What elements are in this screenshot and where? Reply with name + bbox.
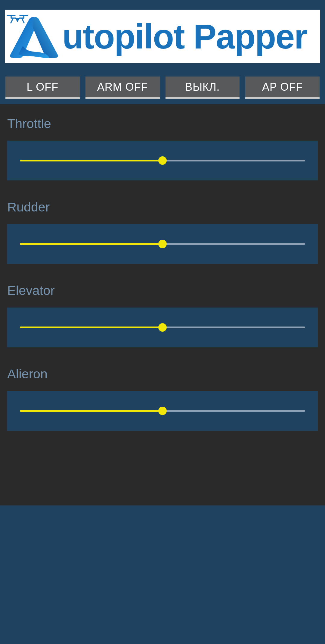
slider-thumb[interactable] [158,323,167,332]
alieron-slider[interactable] [20,407,305,414]
alieron-group: Alieron [0,362,325,431]
l-off-button[interactable]: L OFF [5,77,80,99]
elevator-group: Elevator [0,278,325,347]
alieron-label: Alieron [7,367,318,381]
ap-off-button[interactable]: AP OFF [245,77,320,99]
controls-panel: Throttle Rudder Elevator [0,104,325,505]
rudder-slider-box [7,224,318,264]
alieron-slider-box [7,391,318,431]
elevator-slider-box [7,308,318,347]
arm-off-button[interactable]: ARM OFF [85,77,160,99]
rudder-label: Rudder [7,200,318,214]
elevator-slider[interactable] [20,324,305,331]
vykl-button[interactable]: ВЫКЛ. [166,77,240,99]
throttle-label: Throttle [7,116,318,131]
throttle-group: Throttle [0,111,325,180]
throttle-slider[interactable] [20,157,305,164]
slider-fill [20,410,162,412]
slider-thumb[interactable] [158,240,167,248]
slider-fill [20,160,162,161]
throttle-slider-box [7,141,318,180]
brand-text: utopilot Papper [62,17,307,56]
header-banner: utopilot Papper [5,10,320,63]
slider-thumb[interactable] [158,407,167,415]
rudder-slider[interactable] [20,240,305,248]
button-row: L OFF ARM OFF ВЫКЛ. AP OFF [0,68,325,104]
elevator-label: Elevator [7,283,318,298]
letter-a-icon [8,16,60,59]
logo [7,14,59,59]
slider-fill [20,243,162,245]
slider-thumb[interactable] [158,156,167,165]
slider-fill [20,327,162,328]
rudder-group: Rudder [0,195,325,264]
